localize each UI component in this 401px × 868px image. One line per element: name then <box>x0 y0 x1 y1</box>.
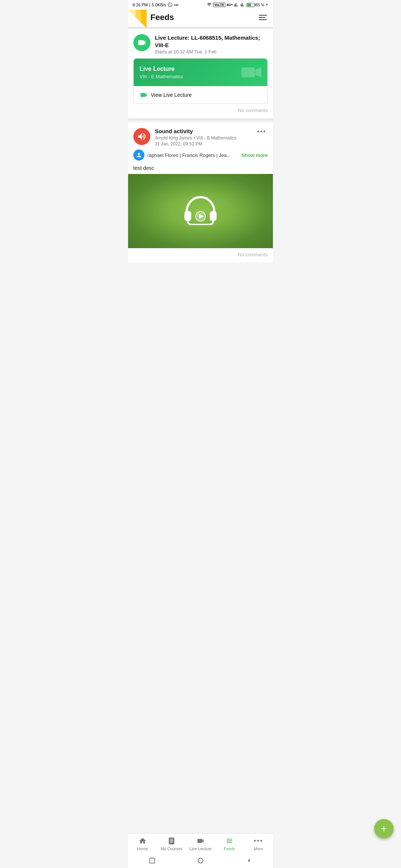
sound-banner[interactable] <box>128 174 273 248</box>
status-bar: 8:16 PM | 5.0KB/s ••• VoLTE 4G+ <box>128 0 273 10</box>
sound-activity-info: Sound activity Arnold King James • VIII … <box>155 128 251 147</box>
person-icon <box>136 152 142 158</box>
sound-activity-date: 31 Jan, 2022, 09:52 PM <box>155 141 251 147</box>
charging-icon <box>265 2 268 7</box>
view-lecture-button[interactable]: View Live Lecture <box>134 86 267 103</box>
sound-activity-title: Sound activity <box>155 128 251 134</box>
battery-percent: 55 <box>256 3 260 7</box>
status-left: 8:16 PM | 5.0KB/s ••• <box>133 2 179 7</box>
signal-icon-2 <box>240 3 245 7</box>
lecture-card-banner: Live Lecture VIII - E Mathematics <box>134 59 267 86</box>
participant-avatar <box>133 149 144 161</box>
sound-teacher: Arnold King James <box>155 135 192 141</box>
wifi-icon <box>206 3 212 7</box>
view-lecture-icon <box>140 91 148 99</box>
live-lecture-no-comments: No comments <box>133 104 268 118</box>
lecture-banner-sub: VIII - E Mathematics <box>140 74 183 79</box>
show-more-button[interactable]: Show more <box>242 152 268 158</box>
sound-description: test desc <box>128 164 273 174</box>
svg-rect-2 <box>185 211 191 221</box>
live-lecture-title: Live Lecture: LL-6068515, Mathematics; V… <box>155 34 268 49</box>
menu-button[interactable] <box>259 15 267 20</box>
svg-rect-0 <box>241 68 255 78</box>
volte-badge: VoLTE <box>213 3 225 7</box>
lecture-card-text: Live Lecture VIII - E Mathematics <box>140 66 183 79</box>
sound-activity-header: Sound activity Arnold King James • VIII … <box>128 123 273 147</box>
status-network: 5.0KB/s <box>152 3 166 7</box>
feed-divider <box>128 118 273 121</box>
app-logo <box>128 10 147 28</box>
lecture-banner-label: Live Lecture <box>140 66 183 72</box>
lecture-cam-icon <box>241 65 261 79</box>
video-cam-icon <box>137 38 147 47</box>
live-lecture-card: Live Lecture: LL-6068515, Mathematics; V… <box>128 29 273 118</box>
signal-4g: 4G+ <box>226 3 233 7</box>
sound-dot: • <box>193 135 196 141</box>
sound-activity-more-button[interactable]: ••• <box>255 128 268 136</box>
sound-activity-avatar <box>133 128 150 145</box>
sound-activity-meta: Arnold King James • VIII - B Mathematics <box>155 135 251 141</box>
sound-no-comments: No comments <box>128 248 273 263</box>
participants-row: raphael Flores | Francis Rogers | Jea...… <box>128 147 273 164</box>
live-lecture-subtitle: Starts at 10:32 AM Tue, 1 Feb <box>155 49 268 55</box>
sound-waves-icon <box>137 132 147 141</box>
status-right: VoLTE 4G+ 55 % <box>206 2 268 7</box>
participant-names: raphael Flores | Francis Rogers | Jea... <box>147 152 239 158</box>
hamburger-line-1 <box>259 15 267 16</box>
page-title: Feeds <box>150 13 174 22</box>
hamburger-line-3 <box>259 19 267 20</box>
battery-icon <box>247 3 255 7</box>
svg-marker-1 <box>255 68 261 78</box>
sound-activity-card: Sound activity Arnold King James • VIII … <box>128 123 273 263</box>
live-lecture-header: Live Lecture: LL-6068515, Mathematics; V… <box>133 34 268 55</box>
svg-rect-3 <box>210 211 216 221</box>
view-lecture-label: View Live Lecture <box>151 92 192 98</box>
status-dots: ••• <box>174 3 179 7</box>
headphone-icon <box>182 193 219 230</box>
hamburger-line-2 <box>259 17 265 18</box>
alarm-icon <box>167 2 173 7</box>
status-time: 8:16 PM <box>133 3 148 7</box>
lecture-banner-card[interactable]: Live Lecture VIII - E Mathematics View L… <box>133 58 268 104</box>
sound-class: VIII - B Mathematics <box>196 135 237 141</box>
signal-icon <box>234 3 239 7</box>
status-separator: | <box>149 3 150 7</box>
live-lecture-info: Live Lecture: LL-6068515, Mathematics; V… <box>155 34 268 55</box>
live-lecture-avatar <box>133 34 150 51</box>
app-header: Feeds <box>128 10 273 27</box>
